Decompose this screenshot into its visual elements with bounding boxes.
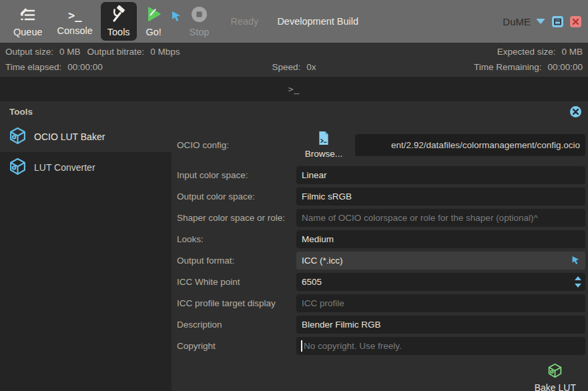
panel-close-button[interactable] <box>570 106 581 117</box>
panel-title: Tools <box>9 107 33 117</box>
input-color-space-field <box>296 166 585 184</box>
looks-input[interactable] <box>302 234 580 244</box>
icc-white-point-row: ICC White point <box>177 271 585 292</box>
description-row: Description <box>177 314 585 335</box>
output-color-space-input[interactable] <box>302 191 580 202</box>
go-button[interactable]: Go! <box>138 2 170 41</box>
time-remaining-value: 00:00:00 <box>547 62 583 72</box>
text-caret <box>301 340 302 352</box>
console-button[interactable]: >_ Console <box>51 2 99 41</box>
console-label: Console <box>57 26 93 37</box>
ocio-config-label: OCIO config: <box>177 140 296 150</box>
output-bitrate-label: Output bitrate: <box>87 47 145 57</box>
icc-white-point-label: ICC White point <box>177 277 296 287</box>
icc-target-display-field <box>296 294 585 312</box>
status-text: Ready <box>230 16 258 27</box>
terminal-icon: >_ <box>68 7 81 25</box>
dropdown-cursor-icon <box>571 256 580 268</box>
app-menu-label: DuME <box>503 16 531 27</box>
main-toolbar: Queue >_ Console Tools <box>0 0 588 43</box>
looks-field <box>296 230 585 248</box>
output-size-value: 0 MB <box>59 47 81 57</box>
copyright-row: Copyright <box>177 335 585 356</box>
browse-button[interactable]: Browse... <box>296 131 351 159</box>
tools-sidebar: OCIO LUT Baker LUT Convert <box>0 121 172 391</box>
shaper-label: Shaper color space or role: <box>177 213 296 223</box>
tools-label: Tools <box>107 27 130 38</box>
speed-value: 0x <box>306 62 316 72</box>
output-color-space-row: Output color space: <box>177 185 585 207</box>
spin-up-icon[interactable] <box>575 276 581 280</box>
stop-button[interactable]: Stop <box>183 2 216 41</box>
output-format-dropdown[interactable]: ICC (*.icc) <box>296 252 585 270</box>
icc-target-display-label: ICC profile target display <box>177 298 296 308</box>
sidebar-item-label: OCIO LUT Baker <box>34 131 105 142</box>
close-button[interactable] <box>570 16 581 27</box>
input-color-space-label: Input color space: <box>177 170 296 180</box>
copyright-input[interactable] <box>302 341 580 351</box>
progress-row-times: Time elapsed: 00:00:00 Speed: 0x Time Re… <box>5 59 583 75</box>
tools-panel-header: Tools <box>0 101 588 121</box>
copyright-field <box>296 337 585 355</box>
go-label: Go! <box>145 27 161 38</box>
time-remaining-label: Time Remaining: <box>474 62 542 72</box>
looks-label: Looks: <box>177 234 296 244</box>
tools-button[interactable]: Tools <box>101 2 137 41</box>
output-color-space-field <box>296 187 585 206</box>
sidebar-item-ocio-lut-baker[interactable]: OCIO LUT Baker <box>0 121 172 152</box>
description-field <box>296 316 585 334</box>
ocio-config-row: OCIO config: Br <box>177 129 585 160</box>
cube-icon <box>9 157 27 177</box>
queue-button[interactable]: Queue <box>7 2 49 41</box>
icc-target-display-input[interactable] <box>302 298 580 308</box>
app-menu-button[interactable]: DuME <box>503 16 545 27</box>
ocio-lut-baker-form: OCIO config: Br <box>172 121 588 391</box>
cube-icon <box>9 127 27 147</box>
time-elapsed-value: 00:00:00 <box>67 62 103 72</box>
ocio-config-path-input[interactable] <box>360 140 580 150</box>
progress-block: Output size: 0 MB Output bitrate: 0 Mbps… <box>0 43 588 77</box>
play-icon <box>145 5 163 26</box>
ocio-config-path-field <box>355 134 585 156</box>
icc-white-point-input[interactable] <box>302 277 580 287</box>
progress-row-sizes: Output size: 0 MB Output bitrate: 0 Mbps… <box>5 44 583 59</box>
stop-icon <box>190 5 208 26</box>
sidebar-item-lut-converter[interactable]: LUT Converter <box>0 152 172 183</box>
time-elapsed-label: Time elapsed: <box>5 62 61 72</box>
build-text: Development Build <box>277 16 358 27</box>
queue-label: Queue <box>13 27 43 38</box>
queue-icon <box>19 5 37 26</box>
shaper-row: Shaper color space or role: <box>177 207 585 228</box>
output-bitrate-value: 0 Mbps <box>150 47 180 57</box>
spin-down-icon[interactable] <box>575 284 581 288</box>
input-color-space-row: Input color space: <box>177 164 585 185</box>
stop-label: Stop <box>190 27 210 38</box>
bake-lut-button[interactable]: Bake LUT <box>531 362 580 391</box>
expected-size-value: 0 MB <box>561 47 583 57</box>
output-format-label: Output format: <box>177 256 296 266</box>
tools-panel: Tools <box>0 101 588 391</box>
sidebar-item-label: LUT Converter <box>34 162 95 173</box>
dume-window: Queue >_ Console Tools <box>0 0 588 391</box>
close-icon <box>573 109 579 115</box>
shaper-input[interactable] <box>302 213 580 223</box>
output-format-value: ICC (*.icc) <box>302 256 343 266</box>
input-color-space-input[interactable] <box>302 170 580 180</box>
bake-lut-label: Bake LUT <box>535 382 576 391</box>
output-color-space-label: Output color space: <box>177 191 296 202</box>
browse-label: Browse... <box>305 149 342 159</box>
mouse-cursor-icon <box>171 11 182 25</box>
speed-label: Speed: <box>272 62 300 72</box>
output-size-label: Output size: <box>5 47 53 57</box>
file-icon <box>318 131 330 148</box>
icc-white-point-spinbox <box>296 273 585 291</box>
tools-icon <box>109 5 127 26</box>
expected-size-label: Expected size: <box>497 47 556 57</box>
looks-row: Looks: <box>177 228 585 250</box>
green-cube-icon <box>547 363 563 381</box>
minimize-button[interactable] <box>552 16 563 27</box>
description-label: Description <box>177 320 296 330</box>
icc-target-display-row: ICC profile target display <box>177 292 585 314</box>
description-input[interactable] <box>302 320 580 330</box>
chevron-down-icon <box>536 19 545 24</box>
